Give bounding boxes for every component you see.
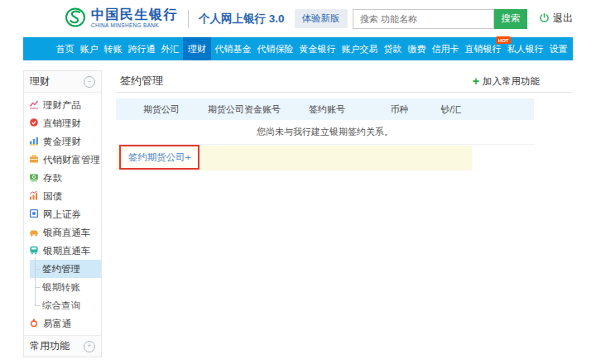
sidebar: 理财 − 理财产品 直销理财 黄金理财 代销财富管理 [23,70,102,357]
briefcase-icon [29,154,39,165]
nav-item-interbank[interactable]: 跨行通 [126,37,157,60]
seal-icon [29,318,39,329]
nav-item-accounts[interactable]: 账户 [78,37,100,60]
action-row: 签约期货公司+ [116,146,472,170]
signing-table: 期货公司 期货公司资金账号 签约账号 币种 钞/汇 您尚未与我行建立银期签约关系… [116,98,534,170]
nav-item-private-bank[interactable]: 私人银行 [505,37,546,60]
nav-item-more[interactable]: 更多 [571,37,594,60]
try-new-version-button[interactable]: 体验新版 [295,9,348,28]
power-icon [539,12,550,26]
column-signing-account: 签约账号 [281,103,372,116]
nav-item-settings[interactable]: 设置 [547,37,570,60]
nav-item-direct-bank[interactable]: 直销银行 HOT [463,37,503,60]
nav-item-forex[interactable]: 外汇 [159,37,181,60]
nav-item-transfer[interactable]: 转账 [102,37,124,60]
minsheng-logo-icon [65,7,86,31]
logout-button[interactable]: 退出 [539,12,573,26]
securities-icon [29,208,39,220]
sidebar-items: 理财产品 直销理财 黄金理财 代销财富管理 存款 [24,93,101,335]
nav-item-wealth[interactable]: 理财 [183,37,211,60]
sidebar-item-label: 易富通 [43,318,72,330]
sidebar-item-direct-wealth[interactable]: 直销理财 [24,114,101,132]
car-icon [29,227,39,238]
main-panel: 签约管理 + 加入常用功能 期货公司 期货公司资金账号 签约账号 币种 钞/汇 … [116,70,573,357]
sidebar-header: 理财 − [24,71,101,93]
bond-chart-icon [29,190,39,202]
page-title: 签约管理 [120,74,163,89]
sidebar-item-label: 理财产品 [43,99,81,112]
sidebar-item-label: 直销理财 [43,117,81,130]
add-to-favorites-label: 加入常用功能 [483,75,540,88]
bank-logo: 中国民生银行 CHINA MINSHENG BANK [65,7,178,31]
sidebar-item-label: 国债 [43,190,62,203]
sidebar-item-deposits[interactable]: 存款 [24,169,101,187]
sidebar-item-gold-wealth[interactable]: 黄金理财 [24,132,101,151]
bar-chart-icon [29,136,39,147]
nav-item-home[interactable]: 首页 [54,37,76,60]
sidebar-subitem-signing-management[interactable]: 签约管理 [30,260,101,278]
sidebar-title: 理财 [30,74,50,89]
sidebar-footer[interactable]: 常用功能 + [24,335,101,357]
search-input[interactable] [353,9,494,29]
nav-item-funds[interactable]: 代销基金 [213,37,253,60]
tree-line [35,257,36,305]
main-header: 签约管理 + 加入常用功能 [116,70,573,93]
sidebar-item-label: 网上证券 [43,208,81,221]
sidebar-item-wealth-management[interactable]: 代销财富管理 [24,151,101,169]
page: 中国民生银行 CHINA MINSHENG BANK 个人网上银行 3.0 体验… [23,0,573,357]
plus-circle-icon[interactable]: + [84,341,95,352]
sidebar-item-label: 银商直通车 [43,227,91,239]
nav-item-insurance[interactable]: 代销保险 [255,37,296,60]
sidebar-item-label: 代销财富管理 [43,154,100,166]
line-chart-icon [29,99,39,111]
content-area: 理财 − 理财产品 直销理财 黄金理财 代销财富管理 [23,70,573,357]
nav-item-credit-card[interactable]: 信用卡 [430,37,461,60]
bank-name: 中国民生银行 CHINA MINSHENG BANK [91,8,178,29]
column-futures-company: 期货公司 [116,103,207,116]
deposit-icon [29,172,39,184]
search-button[interactable]: 搜索 [494,9,527,29]
sidebar-item-bonds[interactable]: 国债 [24,187,101,205]
bank-name-en: CHINA MINSHENG BANK [91,23,178,29]
nav-item-payments[interactable]: 缴费 [406,37,428,60]
plus-icon: + [473,75,479,87]
sidebar-footer-label: 常用功能 [30,339,70,353]
header-actions: 搜索 退出 [353,9,573,29]
nav-item-direct-bank-label: 直销银行 [465,44,502,54]
bus-icon [29,245,39,256]
sign-futures-company-link[interactable]: 签约期货公司+ [128,151,191,164]
sidebar-item-wealth-products[interactable]: 理财产品 [24,96,101,114]
column-futures-fund-account: 期货公司资金账号 [207,103,281,116]
sidebar-item-online-securities[interactable]: 网上证券 [24,205,101,223]
header-divider [188,10,189,28]
sidebar-item-yifutong[interactable]: 易富通 [24,314,101,333]
main-nav: 首页 账户 转账 跨行通 外汇 理财 代销基金 代销保险 黄金银行 账户交易 贷… [23,37,573,60]
table-header-row: 期货公司 期货公司资金账号 签约账号 币种 钞/汇 [116,98,534,120]
column-cash-remit: 钞/汇 [426,103,476,116]
logout-label: 退出 [553,12,573,26]
bank-name-cn: 中国民生银行 [91,8,178,22]
nav-item-loans[interactable]: 贷款 [382,37,404,60]
nav-item-transactions[interactable]: 账户交易 [339,37,380,60]
badge-check-icon [29,117,39,129]
nav-item-gold[interactable]: 黄金银行 [297,37,338,60]
minus-circle-icon[interactable]: − [84,76,95,88]
sidebar-subtree: 签约管理 银期转账 综合查询 [24,260,101,314]
annotation-box: 签约期货公司+ [119,145,199,170]
product-name: 个人网上银行 3.0 [199,12,285,26]
top-header: 中国民生银行 CHINA MINSHENG BANK 个人网上银行 3.0 体验… [23,0,573,37]
column-currency: 币种 [372,103,426,116]
sidebar-item-bank-commodity-express[interactable]: 银商直通车 [24,223,101,242]
sidebar-item-label: 黄金理财 [43,136,81,148]
empty-message: 您尚未与我行建立银期签约关系。 [116,120,534,145]
add-to-favorites-button[interactable]: + 加入常用功能 [473,75,540,88]
sidebar-item-label: 银期直通车 [43,245,91,257]
sidebar-item-label: 存款 [43,172,62,184]
